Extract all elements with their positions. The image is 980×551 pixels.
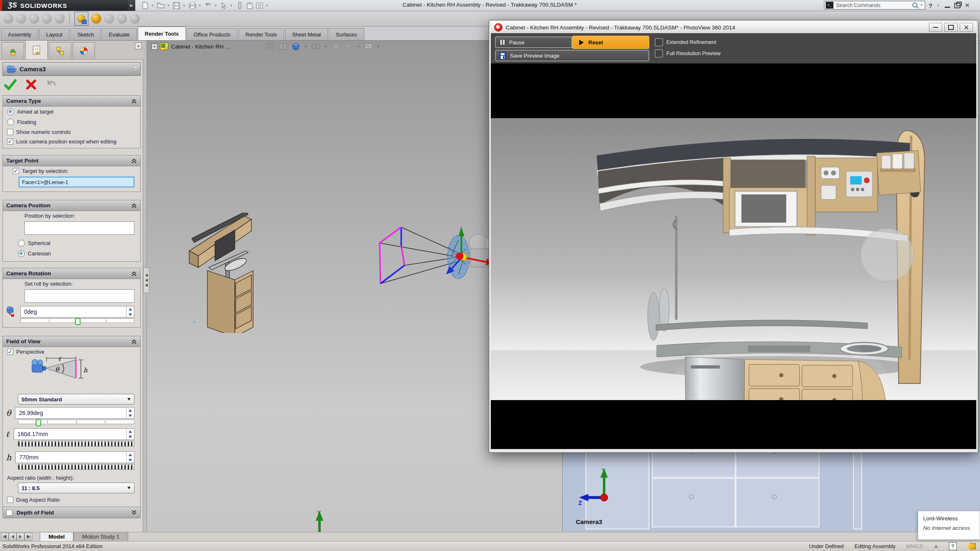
option-drag-aspect[interactable]: Drag Aspect Ratio xyxy=(3,495,140,507)
checkbox-full-resolution[interactable] xyxy=(655,49,663,58)
tab-nav-next-icon[interactable] xyxy=(17,533,24,541)
theta-down-icon[interactable] xyxy=(127,413,134,418)
theta-slider-handle[interactable] xyxy=(36,419,41,426)
tab-configurationmanager[interactable] xyxy=(49,42,71,59)
search-commands-box[interactable]: >_ Search Commands ▼ xyxy=(824,1,925,10)
l-up-icon[interactable] xyxy=(127,429,134,434)
group-fov-header[interactable]: Field of View xyxy=(3,336,140,347)
h-spinner[interactable]: 770mm xyxy=(15,451,134,463)
view-settings-caret-icon[interactable]: ▼ xyxy=(377,45,380,49)
position-selection-box[interactable] xyxy=(24,221,134,235)
cabinet-model-isometric[interactable]: + xyxy=(186,213,265,333)
pm-help-button[interactable]: ? xyxy=(133,66,137,73)
checkbox-perspective[interactable] xyxy=(7,349,13,355)
roll-selection-box[interactable] xyxy=(24,289,134,303)
radio-floating[interactable] xyxy=(7,119,14,126)
options-caret-icon[interactable]: ▼ xyxy=(266,4,269,7)
tab-assembly[interactable]: Assembly xyxy=(1,28,38,40)
tab-nav-last-icon[interactable] xyxy=(24,533,32,541)
scene-illumination-icon[interactable] xyxy=(55,14,65,24)
appearance-caret-icon[interactable]: ▼ xyxy=(357,45,360,49)
tab-nav-prev-icon[interactable] xyxy=(9,533,17,541)
collapse-chevron-icon[interactable] xyxy=(131,339,137,345)
search-caret-icon[interactable]: ▼ xyxy=(920,3,923,7)
l-ruler-slider[interactable] xyxy=(18,441,134,447)
roll-slider-handle[interactable] xyxy=(75,318,80,325)
option-lock-camera[interactable]: Lock camera position except when editing xyxy=(3,137,140,148)
option-show-numeric[interactable]: Show numeric controls xyxy=(3,127,140,137)
h-ruler-slider[interactable] xyxy=(18,464,134,470)
lens-preset-dropdown[interactable]: 50mm Standard xyxy=(18,394,134,405)
copy-appearance-icon[interactable] xyxy=(16,14,26,24)
photoview-minimize-button[interactable] xyxy=(929,23,942,32)
menu-flyout-arrow-icon[interactable]: ▶ xyxy=(128,0,135,11)
tab-render-tools[interactable]: Render Tools xyxy=(138,27,186,40)
render-region-icon[interactable] xyxy=(117,14,127,24)
restore-button[interactable] xyxy=(954,3,960,8)
camera-gizmo[interactable] xyxy=(375,223,500,296)
expand-chevron-icon[interactable] xyxy=(131,510,137,515)
checkbox-target-by-selection[interactable] xyxy=(13,168,19,174)
collapse-chevron-icon[interactable] xyxy=(131,271,137,277)
roll-spin-up-icon[interactable] xyxy=(127,306,134,312)
group-camera-type-header[interactable]: Camera Type xyxy=(3,96,140,107)
options-list-icon[interactable] xyxy=(256,1,264,10)
zoom-fit-icon[interactable] xyxy=(266,42,275,51)
full-resolution-option[interactable]: Full Resolution Preview xyxy=(655,49,721,58)
theta-up-icon[interactable] xyxy=(127,408,134,413)
tab-motion-study[interactable]: Motion Study 1 xyxy=(73,532,128,541)
close-button[interactable]: ✕ xyxy=(965,2,970,9)
view-orientation-icon[interactable] xyxy=(291,42,300,51)
display-style-caret-icon[interactable]: ▼ xyxy=(324,45,327,49)
units-caret-icon[interactable] xyxy=(934,545,938,548)
open-document-icon[interactable] xyxy=(157,1,165,10)
group-dof-header[interactable]: Depth of Field xyxy=(3,507,140,518)
preview-window-button[interactable] xyxy=(74,12,88,26)
save-icon[interactable] xyxy=(173,1,181,10)
l-spinner[interactable]: 1604.17mm xyxy=(14,428,134,440)
new-caret-icon[interactable]: ▼ xyxy=(151,4,154,7)
tab-dimxpertmanager[interactable] xyxy=(73,42,95,59)
theta-slider[interactable] xyxy=(18,420,134,424)
target-selection-box[interactable]: Face<1>@Lense-1 xyxy=(19,177,134,187)
option-spherical[interactable]: Spherical xyxy=(3,238,140,248)
aspect-ratio-dropdown[interactable]: 11 : 8.5 xyxy=(18,483,134,493)
units-selector[interactable]: MMGS xyxy=(907,543,923,549)
reset-button[interactable]: Reset xyxy=(572,36,649,49)
pause-button[interactable]: Pause xyxy=(495,36,572,48)
h-up-icon[interactable] xyxy=(127,452,134,457)
search-magnifier-icon[interactable] xyxy=(912,2,920,9)
l-down-icon[interactable] xyxy=(127,434,134,439)
cancel-button[interactable] xyxy=(26,79,37,90)
tab-office-products[interactable]: Office Products xyxy=(187,28,238,40)
option-target-by-selection[interactable]: Target by selection: xyxy=(3,166,140,176)
print-icon[interactable] xyxy=(188,1,197,10)
feature-tree-flyout[interactable]: + Cabinet - Kitchen RH ... xyxy=(151,43,230,50)
checkbox-depth-of-field[interactable] xyxy=(6,510,12,516)
edit-scene-icon[interactable] xyxy=(42,14,52,24)
new-document-icon[interactable] xyxy=(141,1,149,10)
option-floating[interactable]: Floating xyxy=(3,117,140,127)
hide-show-icon[interactable] xyxy=(331,42,340,51)
minimize-button[interactable] xyxy=(945,3,950,8)
print-caret-icon[interactable]: ▼ xyxy=(198,4,202,7)
recall-last-render-icon[interactable] xyxy=(130,14,140,24)
tab-render-tools-2[interactable]: Render Tools xyxy=(239,28,284,40)
final-render-icon[interactable] xyxy=(104,14,114,24)
collapse-chevron-icon[interactable] xyxy=(131,203,137,209)
tab-surfaces[interactable]: Surfaces xyxy=(329,28,364,40)
radio-spherical[interactable] xyxy=(18,240,25,247)
tab-layout[interactable]: Layout xyxy=(39,28,69,40)
collapse-chevron-icon[interactable] xyxy=(131,158,137,164)
edit-appearance-hud-icon[interactable] xyxy=(344,42,353,51)
save-preview-image-button[interactable]: Save Preview Image xyxy=(495,50,649,61)
option-perspective[interactable]: Perspective xyxy=(3,347,140,357)
ok-button[interactable] xyxy=(4,79,17,90)
help-caret-icon[interactable]: ▼ xyxy=(936,4,940,7)
edit-appearance-icon[interactable] xyxy=(3,14,13,24)
theta-spinner[interactable]: 26.99deg xyxy=(15,407,134,419)
rebuild-icon[interactable] xyxy=(236,1,244,10)
checkbox-extended-refinement[interactable] xyxy=(655,38,663,46)
group-camera-position-header[interactable]: Camera Position xyxy=(3,200,140,211)
roll-angle-spinner[interactable]: 0deg xyxy=(20,306,134,318)
